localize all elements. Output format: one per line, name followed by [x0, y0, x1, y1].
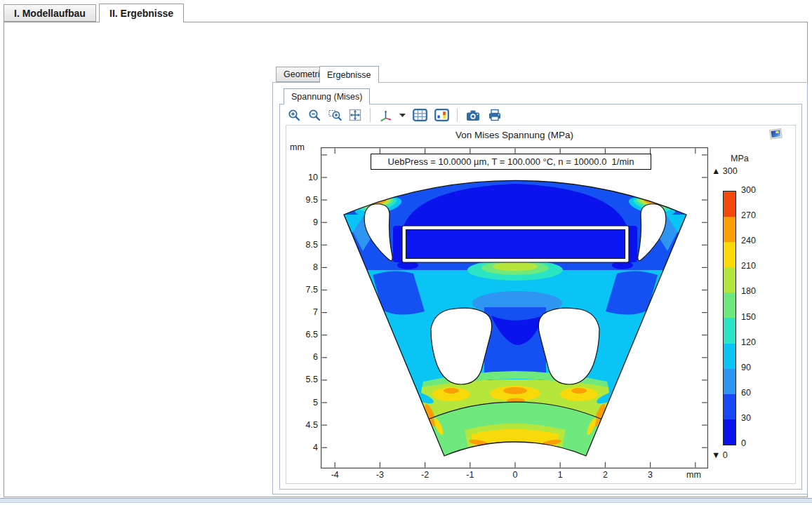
zoom-in-icon[interactable] [286, 107, 302, 123]
graphics-window[interactable]: Von Mises Spannung (MPa) mm mm [286, 125, 796, 484]
y-tick-label: 5 [292, 398, 318, 408]
tab-ergebnisse[interactable]: II. Ergebnisse [99, 4, 184, 22]
window-bottom-strip [0, 498, 812, 503]
toolbar-separator [370, 108, 371, 122]
colorbar-band [724, 394, 736, 419]
y-tick-label: 4 [292, 443, 318, 452]
y-tick-label: 8 [292, 262, 318, 272]
tab-spannung-mises[interactable]: Spannung (Mises) [284, 88, 370, 105]
colorbar-tick-label: 240 [741, 236, 756, 245]
colorbar [723, 191, 736, 445]
colorbar-tick-label: 180 [741, 286, 756, 296]
x-tick-label: 2 [592, 470, 618, 480]
y-tick-label: 9 [292, 217, 318, 227]
colorbar-band [724, 217, 736, 242]
zoom-out-icon[interactable] [307, 107, 322, 123]
x-tick-label: -3 [367, 470, 392, 480]
y-tick-label: 9.5 [292, 195, 318, 205]
x-tick-label: -1 [458, 470, 483, 480]
colorbar-band [724, 318, 736, 343]
tab-modellaufbau[interactable]: I. Modellaufbau [4, 4, 96, 22]
colorbar-tick-label: 60 [741, 388, 751, 398]
colorbar-max-marker: ▲ 300 [712, 166, 738, 176]
parameter-annotation-box: UebPress = 10.0000 µm, T = 100.000 °C, n… [371, 154, 651, 170]
y-tick-label: 6 [292, 352, 318, 362]
y-tick-label: 7 [292, 307, 318, 317]
colorbar-tick-label: 90 [741, 363, 751, 372]
colorbar-tick-label: 300 [741, 185, 756, 195]
y-tick-label: 8.5 [292, 240, 318, 250]
rp-tab-ergebnisse[interactable]: Ergebnisse [319, 66, 379, 83]
orientation-dropdown-caret[interactable] [398, 107, 406, 123]
colorbar-tick-label: 150 [741, 312, 756, 322]
x-tick-label: 0 [502, 470, 528, 480]
colorbar-tick-label: 30 [741, 413, 751, 423]
colorbar-tick-label: 120 [741, 337, 756, 347]
y-tick-label: 6.5 [292, 330, 318, 339]
graphics-toolbar [286, 106, 503, 124]
magnet [406, 230, 625, 259]
colorbar-band [724, 419, 736, 445]
colorbar-tick-label: 210 [741, 261, 756, 271]
color-legend-toggle-icon[interactable] [433, 107, 450, 123]
y-tick-label: 4.5 [292, 420, 318, 430]
colorbar-unit-label: MPa [731, 154, 749, 163]
colorbar-tick-label: 270 [741, 210, 756, 220]
y-tick-label: 7.5 [292, 285, 318, 295]
toolbar-separator [457, 108, 458, 122]
y-tick-label: 10 [292, 173, 318, 182]
y-axis-unit-label: mm [290, 142, 305, 152]
y-tick-label: 5.5 [292, 375, 318, 384]
colorbar-band [724, 242, 736, 267]
colorbar-min-marker: ▼ 0 [712, 450, 728, 460]
x-tick-label: -4 [322, 470, 347, 480]
x-tick-label: -2 [413, 470, 438, 480]
x-tick-label: 3 [638, 470, 663, 480]
x-axis-unit-label: mm [686, 470, 701, 480]
colorbar-band [724, 292, 736, 318]
colorbar-band [724, 191, 736, 217]
colorbar-band [724, 344, 736, 369]
colorbar-tick-label: 0 [741, 438, 746, 448]
snapshot-camera-icon[interactable] [465, 107, 481, 123]
colorbar-band [724, 267, 736, 292]
colorbar-band [724, 369, 736, 394]
zoom-box-icon[interactable] [327, 107, 342, 123]
plot-window-icon[interactable] [769, 128, 783, 140]
view-orientation-icon[interactable] [378, 107, 393, 123]
grid-toggle-icon[interactable] [411, 107, 428, 123]
print-icon[interactable] [486, 107, 503, 123]
stress-plot-canvas[interactable] [321, 147, 708, 469]
plot-title: Von Mises Spannung (MPa) [321, 130, 708, 140]
zoom-extents-icon[interactable] [347, 107, 363, 123]
x-tick-label: 1 [547, 470, 573, 480]
